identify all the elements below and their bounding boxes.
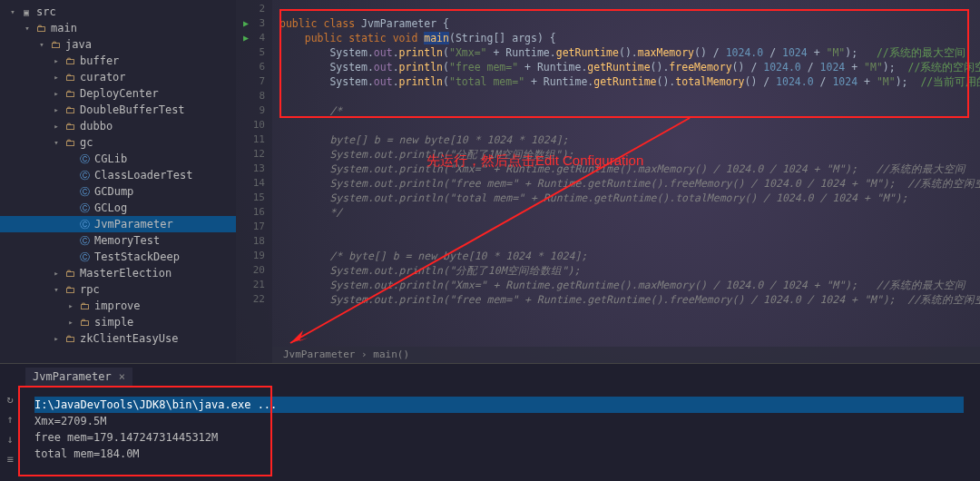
folder-icon: 🗀: [64, 103, 76, 116]
project-tree[interactable]: ▾▣src▾🗀main▾🗀java▸🗀buffer▸🗀curator▸🗀Depl…: [0, 0, 236, 363]
code-line[interactable]: */: [272, 205, 980, 220]
gutter-line[interactable]: 12: [236, 147, 272, 162]
code-line[interactable]: /* byte[] b = new byte[10 * 1024 * 1024]…: [272, 249, 980, 263]
gutter-line[interactable]: 22: [236, 292, 272, 307]
code-line[interactable]: byte[] b = new byte[10 * 1024 * 1024];: [272, 133, 980, 147]
tree-folder-improve[interactable]: ▸🗀improve: [0, 298, 236, 314]
console-line[interactable]: free mem=179.14724731445312M: [34, 429, 964, 446]
run-tab-label: JvmParameter: [33, 370, 112, 383]
console-line[interactable]: total mem=184.0M: [34, 446, 964, 462]
code-line[interactable]: [272, 234, 980, 249]
chevron-right-icon[interactable]: ▸: [51, 333, 62, 344]
chevron-right-icon[interactable]: ▸: [51, 72, 62, 83]
tree-folder-zkclienteasyuse[interactable]: ▸🗀zkClientEasyUse: [0, 330, 236, 347]
code-line[interactable]: System.out.println("free mem=" + Runtime…: [272, 60, 980, 74]
gutter-line[interactable]: 8: [236, 89, 272, 103]
gutter-line[interactable]: 2: [236, 2, 272, 16]
gutter-line[interactable]: 15: [236, 191, 272, 205]
tree-folder-gc[interactable]: ▾🗀gc: [0, 134, 236, 151]
code-line[interactable]: [272, 89, 980, 103]
gutter-line[interactable]: 7: [236, 74, 272, 89]
tree-class-cglib[interactable]: ⒸCGLib: [0, 151, 236, 167]
chevron-down-icon[interactable]: ▾: [51, 137, 62, 148]
chevron-right-icon[interactable]: ▸: [51, 121, 62, 132]
code-line[interactable]: [272, 118, 980, 133]
code-line[interactable]: /*: [272, 103, 980, 118]
chevron-down-icon[interactable]: ▾: [36, 39, 47, 50]
editor-code-area[interactable]: public class JvmParameter { public stati…: [272, 0, 980, 307]
down-icon[interactable]: ↓: [2, 431, 18, 447]
code-line[interactable]: System.out.println("Xmx=" + Runtime.getR…: [272, 45, 980, 60]
tree-folder-masterelection[interactable]: ▸🗀MasterElection: [0, 265, 236, 281]
tree-folder-deploycenter[interactable]: ▸🗀DeployCenter: [0, 85, 236, 102]
chevron-right-icon[interactable]: ▸: [51, 88, 62, 99]
tree-class-gclog[interactable]: ⒸGCLog: [0, 200, 236, 216]
code-line[interactable]: System.out.println("total mem=" + Runtim…: [272, 74, 980, 89]
gutter-line[interactable]: 9: [236, 103, 272, 118]
run-gutter-icon[interactable]: ▶: [243, 31, 249, 45]
close-icon[interactable]: ×: [119, 370, 125, 383]
run-gutter-icon[interactable]: ▶: [243, 16, 249, 31]
tree-label: improve: [94, 299, 141, 312]
tree-folder-buffer[interactable]: ▸🗀buffer: [0, 53, 236, 69]
code-line[interactable]: System.out.println("Xmx=" + Runtime.getR…: [272, 162, 980, 176]
code-line[interactable]: [272, 220, 980, 234]
console-line[interactable]: I:\JavaDevTools\JDK8\bin\java.exe ...: [34, 397, 964, 413]
tree-class-jvmparameter[interactable]: ⒸJvmParameter: [0, 216, 236, 232]
gutter-line[interactable]: 18: [236, 234, 272, 249]
chevron-right-icon[interactable]: ▸: [51, 55, 62, 66]
chevron-down-icon[interactable]: ▾: [51, 284, 62, 295]
gutter-line[interactable]: 6: [236, 60, 272, 74]
gutter-line[interactable]: 13: [236, 162, 272, 176]
code-line[interactable]: System.out.println("Xmx=" + Runtime.getR…: [272, 278, 980, 292]
console-line[interactable]: Xmx=2709.5M: [34, 413, 964, 429]
code-line[interactable]: System.out.println("分配了10M空间给数组");: [272, 263, 980, 278]
gutter-line[interactable]: 19: [236, 249, 272, 263]
up-icon[interactable]: ↑: [2, 411, 18, 427]
gutter-line[interactable]: 5: [236, 45, 272, 60]
tree-folder-java[interactable]: ▾🗀java: [0, 36, 236, 53]
tree-folder-doublebuffertest[interactable]: ▸🗀DoubleBufferTest: [0, 102, 236, 118]
tree-folder-main[interactable]: ▾🗀main: [0, 20, 236, 36]
tree-folder-rpc[interactable]: ▾🗀rpc: [0, 281, 236, 298]
tree-class-classloadertest[interactable]: ⒸClassLoaderTest: [0, 167, 236, 183]
gutter-line[interactable]: 10: [236, 118, 272, 133]
code-line[interactable]: public static void main(String[] args) {: [272, 31, 980, 45]
tree-class-teststackdeep[interactable]: ⒸTestStackDeep: [0, 249, 236, 265]
chevron-right-icon[interactable]: ▸: [51, 104, 62, 115]
breadcrumb[interactable]: JvmParameter › main(): [272, 347, 980, 363]
console-output[interactable]: I:\JavaDevTools\JDK8\bin\java.exe ...Xmx…: [27, 391, 971, 477]
gutter-line[interactable]: 11: [236, 133, 272, 147]
chevron-down-icon[interactable]: ▾: [22, 23, 33, 34]
tree-class-gcdump[interactable]: ⒸGCDump: [0, 183, 236, 200]
spacer: [65, 170, 76, 181]
chevron-right-icon[interactable]: ▸: [65, 317, 76, 328]
gutter-line[interactable]: 14: [236, 176, 272, 191]
rerun-icon[interactable]: ↻: [2, 391, 18, 407]
tree-label: MemoryTest: [94, 234, 160, 247]
spacer: [65, 219, 76, 230]
tree-class-memorytest[interactable]: ⒸMemoryTest: [0, 232, 236, 249]
tree-folder-curator[interactable]: ▸🗀curator: [0, 69, 236, 85]
stop-icon[interactable]: ≡: [2, 451, 18, 467]
run-tab[interactable]: JvmParameter ×: [25, 368, 132, 386]
code-line[interactable]: System.out.println("free mem=" + Runtime…: [272, 176, 980, 191]
gutter-line[interactable]: 16: [236, 205, 272, 220]
code-line[interactable]: public class JvmParameter {: [272, 16, 980, 31]
tree-folder-dubbo[interactable]: ▸🗀dubbo: [0, 118, 236, 134]
code-editor[interactable]: 23▶4▶5678910111213141516171819202122 pub…: [236, 0, 980, 363]
tree-folder-simple[interactable]: ▸🗀simple: [0, 314, 236, 330]
gutter-line[interactable]: 17: [236, 220, 272, 234]
gutter-line[interactable]: 21: [236, 278, 272, 292]
gutter-line[interactable]: 3▶: [236, 16, 272, 31]
gutter-line[interactable]: 20: [236, 263, 272, 278]
gutter-line[interactable]: 4▶: [236, 31, 272, 45]
code-line[interactable]: System.out.println("free mem=" + Runtime…: [272, 292, 980, 307]
chevron-down-icon[interactable]: ▾: [7, 6, 18, 17]
code-line[interactable]: [272, 2, 980, 16]
tree-folder-src[interactable]: ▾▣src: [0, 4, 236, 20]
code-line[interactable]: System.out.println("total mem=" + Runtim…: [272, 191, 980, 205]
chevron-right-icon[interactable]: ▸: [65, 300, 76, 311]
code-line[interactable]: System.out.println("分配了1M空间给数组");: [272, 147, 980, 162]
chevron-right-icon[interactable]: ▸: [51, 268, 62, 279]
